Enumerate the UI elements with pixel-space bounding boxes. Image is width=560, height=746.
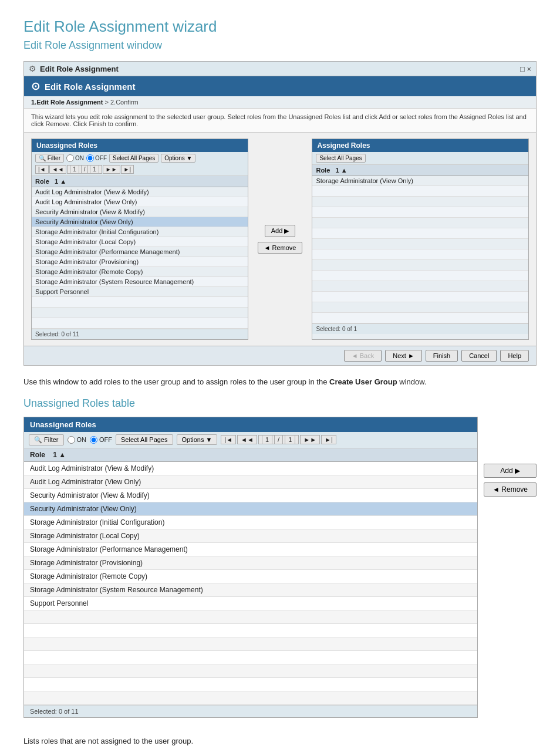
large-nav-next[interactable]: ►► [300, 435, 320, 444]
finish-button[interactable]: Finish [426, 350, 458, 362]
off-radio-label: OFF [86, 154, 107, 162]
large-add-button[interactable]: Add ▶ [484, 464, 537, 478]
list-item[interactable]: Storage Administrator (Provisioning) [24, 556, 477, 569]
help-button[interactable]: Help [500, 350, 529, 362]
breadcrumb-step1[interactable]: 1.Edit Role Assignment [31, 99, 103, 106]
large-off-radio-label: OFF [90, 436, 112, 444]
large-options-button[interactable]: Options ▼ [177, 434, 218, 445]
large-nav-first[interactable]: |◄ [221, 435, 236, 444]
on-radio[interactable] [66, 154, 74, 162]
filter-button[interactable]: 🔍 Filter [35, 154, 64, 163]
list-item[interactable]: Storage Administrator (System Resource M… [32, 277, 248, 287]
wizard-footer: ◄ Back Next ► Finish Cancel Help [24, 346, 536, 365]
list-item[interactable]: Storage Administrator (Initial Configura… [32, 227, 248, 237]
assigned-panel-footer: Selected: 0 of 1 [312, 323, 528, 334]
nav-first[interactable]: |◄ [35, 165, 49, 174]
select-all-button[interactable]: Select All Pages [109, 154, 158, 163]
list-item [312, 292, 528, 302]
list-item[interactable]: Security Administrator (View & Modify) [32, 207, 248, 217]
list-item[interactable]: Security Administrator (View Only) [24, 502, 477, 515]
list-item[interactable]: Storage Administrator (Performance Manag… [24, 542, 477, 556]
list-item[interactable]: Storage Administrator (Remote Copy) [24, 569, 477, 583]
list-item[interactable]: Security Administrator (View & Modify) [24, 488, 477, 502]
page-title: Edit Role Assignment wizard [23, 18, 537, 36]
middle-buttons: Add ▶ ◄ Remove [255, 139, 305, 340]
pagination-nav: |◄ ◄◄ 1 / 1 ►► ►| [35, 165, 134, 174]
list-item [24, 650, 477, 664]
list-item[interactable]: Audit Log Administrator (View & Modify) [32, 187, 248, 197]
list-item [312, 313, 528, 323]
unassigned-panel-toolbar: 🔍 Filter ON OFF Select All Pages Options… [32, 152, 248, 176]
wizard-titlebar-text: Edit Role Assignment [40, 65, 119, 73]
list-item[interactable]: Storage Administrator (Provisioning) [32, 257, 248, 267]
list-item[interactable]: Storage Administrator (System Resource M… [24, 583, 477, 596]
list-item [312, 260, 528, 271]
large-nav-last[interactable]: ►| [321, 435, 336, 444]
large-select-all-button[interactable]: Select All Pages [116, 434, 173, 445]
close-icon[interactable]: □ × [520, 65, 531, 73]
cancel-button[interactable]: Cancel [461, 350, 497, 362]
large-panel-wrapper: Unassigned Roles 🔍 Filter ON OFF Select … [23, 417, 537, 727]
large-on-radio[interactable] [68, 436, 75, 444]
list-item[interactable]: Storage Administrator (Local Copy) [32, 237, 248, 247]
list-item[interactable]: Storage Administrator (Initial Configura… [24, 515, 477, 529]
list-item[interactable]: Audit Log Administrator (View & Modify) [24, 461, 477, 475]
table-description: Lists roles that are not assigned to the… [23, 737, 537, 745]
add-button[interactable]: Add ▶ [265, 225, 296, 237]
list-item[interactable]: Audit Log Administrator (View Only) [24, 475, 477, 488]
large-remove-button[interactable]: ◄ Remove [484, 482, 537, 497]
list-item[interactable]: Storage Administrator (Remote Copy) [32, 267, 248, 277]
on-radio-label: ON [66, 154, 84, 162]
unassigned-roles-table: Role 1 ▲ Audit Log Administrator (View &… [32, 176, 248, 329]
breadcrumb-separator: > [105, 99, 110, 106]
wizard-description: This wizard lets you edit role assignmen… [24, 109, 536, 133]
list-item [32, 297, 248, 308]
nav-prev[interactable]: ◄◄ [49, 165, 67, 174]
back-button[interactable]: ◄ Back [344, 350, 382, 362]
role-col-header[interactable]: Role 1 ▲ [32, 176, 248, 187]
large-nav-prev[interactable]: ◄◄ [237, 435, 257, 444]
unassigned-panel-header: Unassigned Roles [32, 139, 248, 152]
large-unassigned-table: Role 1 ▲ Audit Log Administrator (View &… [24, 448, 477, 705]
list-item[interactable]: Audit Log Administrator (View Only) [32, 197, 248, 207]
wizard-header-icon: ⊙ [31, 80, 40, 93]
large-role-col-header[interactable]: Role 1 ▲ [24, 448, 477, 462]
assigned-panel-toolbar: Select All Pages [312, 152, 528, 165]
large-unassigned-panel: Unassigned Roles 🔍 Filter ON OFF Select … [23, 417, 478, 718]
list-item[interactable]: Storage Administrator (Local Copy) [24, 529, 477, 542]
wizard-header: ⊙ Edit Role Assignment [24, 76, 536, 96]
options-button[interactable]: Options ▼ [161, 154, 195, 163]
wizard-header-text: Edit Role Assignment [45, 82, 135, 92]
list-item [32, 308, 248, 318]
list-item[interactable]: Support Personnel [32, 287, 248, 297]
list-item [312, 271, 528, 281]
large-panel-toolbar: 🔍 Filter ON OFF Select All Pages Options… [24, 432, 477, 448]
description-paragraph: Use this window to add roles to the user… [23, 376, 537, 388]
list-item[interactable]: Support Personnel [24, 596, 477, 610]
large-on-radio-label: ON [68, 436, 87, 444]
list-item [312, 239, 528, 249]
list-item[interactable]: Security Administrator (View Only) [32, 217, 248, 227]
section-heading: Unassigned Roles table [23, 397, 537, 410]
large-filter-button[interactable]: 🔍 Filter [29, 434, 64, 445]
list-item [312, 197, 528, 207]
remove-button[interactable]: ◄ Remove [258, 242, 303, 254]
list-item[interactable]: Storage Administrator (View Only) [312, 176, 528, 186]
list-item [312, 228, 528, 239]
list-item [32, 318, 248, 329]
breadcrumb-step2[interactable]: 2.Confirm [110, 99, 139, 106]
off-radio[interactable] [86, 154, 94, 162]
nav-last[interactable]: ►| [121, 165, 134, 174]
list-item [312, 249, 528, 260]
wizard-window: ⚙ Edit Role Assignment □ × ⊙ Edit Role A… [23, 61, 537, 366]
wizard-icon: ⚙ [29, 64, 36, 73]
next-button[interactable]: Next ► [385, 350, 422, 362]
list-item [312, 302, 528, 313]
assigned-role-col-header[interactable]: Role 1 ▲ [312, 165, 528, 176]
large-panel-header: Unassigned Roles [24, 417, 477, 432]
large-off-radio[interactable] [90, 436, 97, 444]
assigned-select-all-button[interactable]: Select All Pages [316, 154, 365, 163]
large-panel-footer: Selected: 0 of 11 [24, 705, 477, 717]
list-item[interactable]: Storage Administrator (Performance Manag… [32, 247, 248, 257]
nav-next[interactable]: ►► [103, 165, 120, 174]
